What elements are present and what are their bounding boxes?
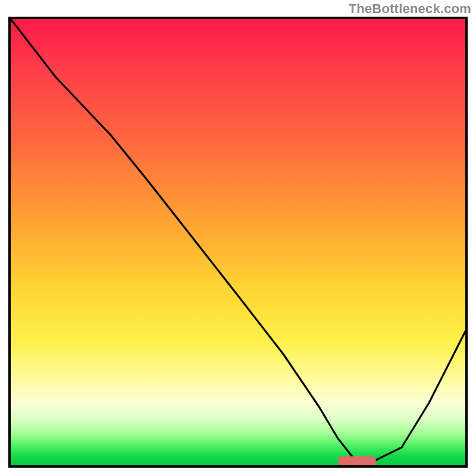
optimal-range-marker — [338, 456, 376, 466]
watermark-text: TheBottleneck.com — [349, 1, 471, 17]
bottleneck-curve — [11, 19, 465, 461]
line-plot — [11, 19, 465, 465]
plot-frame — [8, 17, 468, 468]
chart-canvas: TheBottleneck.com — [0, 0, 476, 476]
